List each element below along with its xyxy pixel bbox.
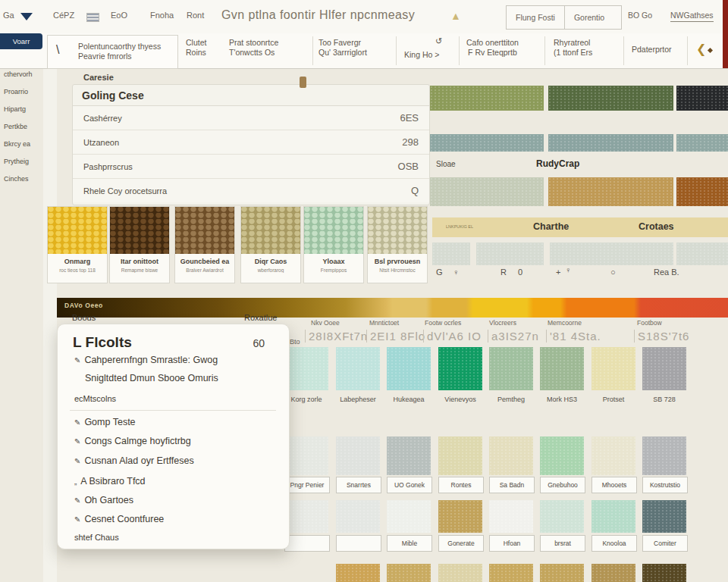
thumbnail-card[interactable]: Onmarg roc tieos top 118 [47,206,108,283]
thumbnail-card[interactable]: Yloaax Frempippos [303,206,364,283]
toolbar-king-ho[interactable]: King Ho > [404,50,439,60]
color-swatch[interactable] [489,564,533,582]
thumbnail-card[interactable]: Gouncbeied ea Bralver Awiardrot [174,206,235,283]
thumbnail-card[interactable]: Diqr Caos wberforarog [240,206,301,283]
color-swatch[interactable] [540,564,584,582]
plus-icon[interactable]: + [556,268,560,277]
swatch-strip-gray[interactable] [432,242,470,265]
swatch-label-box[interactable]: Mible [387,535,432,552]
color-swatch[interactable] [642,436,686,475]
swatch-label-box[interactable]: Mhooets [592,477,637,493]
color-swatch[interactable] [592,500,635,533]
form-row[interactable]: Rhele Coy orocetsurra Q [73,179,429,202]
swatch-label-box[interactable]: Comiter [642,535,688,552]
form-row-value[interactable]: 6ES [400,112,419,124]
color-swatch[interactable] [642,564,686,582]
color-swatch[interactable] [642,500,686,533]
color-swatch[interactable] [284,347,328,390]
dropdown-item[interactable]: ✎Cusnan Alad oyr Ertffeses [74,455,194,466]
swatch-strip-teal[interactable] [430,134,544,152]
color-swatch[interactable] [592,436,635,475]
toolbar-cafo-onerttiton[interactable]: Cafo onerttitonF Rv Eteqprtb [466,38,519,58]
refresh-icon[interactable]: ↺ [435,36,442,46]
color-swatch[interactable] [284,500,328,533]
dropdown-item[interactable]: ✎Cahperernfngn Smrastle: Gwog [74,355,218,365]
sidebar-item-proarrio[interactable]: Proarrio [4,88,43,96]
color-swatch[interactable] [540,500,584,533]
dropdown-triangle-icon[interactable] [20,13,33,20]
dropdown-item[interactable]: ✎Oh Gartoes [74,495,133,505]
color-swatch[interactable] [438,347,482,390]
toolbar-rhyratreol[interactable]: Rhyratreol(1 ttonf Ers [554,38,592,58]
color-swatch[interactable] [642,347,686,390]
color-swatch[interactable] [489,500,533,533]
color-swatch[interactable] [540,347,584,390]
color-swatch[interactable] [592,564,635,582]
swatch-strip-rust[interactable] [676,177,728,206]
color-swatch[interactable] [284,436,328,475]
leaf-icon[interactable]: R [500,268,507,277]
swatch-label-box[interactable]: Snarrtes [336,477,381,493]
swatch-strip-teal[interactable] [676,134,728,152]
swatch-strip-teal[interactable] [548,134,673,152]
thumbnail-card[interactable]: Itar onittoot Remapme biswe [109,206,170,283]
oval-icon[interactable]: 0 [518,268,522,277]
swatch-label-box[interactable]: Gonerate [438,535,484,552]
color-swatch[interactable] [336,347,380,390]
dropdown-item[interactable]: ✎Cesnet Coontfuree [74,514,164,524]
gorentio-button[interactable]: Gorentio [565,13,613,22]
back-arrow-icon[interactable]: ❮ [696,42,706,56]
color-swatch[interactable] [387,500,431,533]
bo-go-link[interactable]: BO Go [628,11,652,20]
color-swatch[interactable] [489,347,533,390]
sidebar-item-hipartg[interactable]: Hipartg [4,105,43,114]
swatch-strip-gray[interactable] [550,242,673,265]
sidebar-item-cinches[interactable]: Cinches [4,175,43,183]
swatch-label-box[interactable]: Gnebuhoo [540,477,585,493]
color-swatch[interactable] [592,347,635,390]
sidebar-item-prytheig[interactable]: Prytheig [4,158,43,166]
nwgathses-link[interactable]: NWGathses [670,11,714,22]
dropdown-item[interactable]: ✎Congs Calmge hoyfictrbg [74,436,191,446]
color-swatch[interactable] [438,436,482,475]
swatch-label-box[interactable]: Rontes [438,477,484,493]
swatch-strip-gray[interactable] [676,242,728,265]
swatch-strip-black[interactable] [676,86,728,111]
sidebar-voarr-button[interactable]: Voarr [0,33,42,49]
swatch-label-box[interactable]: Hfoan [489,535,535,552]
sidebar-item-pertkbe[interactable]: Pertkbe [4,123,43,131]
toolbar-primary-tool[interactable]: \ Polentuncaorthy thyess Peavrie fmrorls [47,35,178,69]
swatch-strip-darkgreen[interactable] [548,86,673,111]
toolbar-clutet-roins[interactable]: ClutetRoins [186,38,206,58]
marker-pin-icon[interactable]: ♀ [565,265,571,274]
swatch-strip-tan[interactable] [548,177,673,206]
swatch-label-box[interactable] [336,535,381,552]
toolbar-prat-stoonrtce[interactable]: Prat stoonrtceT'onwctts Os [229,38,278,58]
color-swatch[interactable] [336,564,380,582]
swatch-strip-sage[interactable] [430,177,544,206]
thumbnail-card[interactable]: Bsl prvrouesn Ntsit Hircmnstoc [367,206,428,283]
band-label-charthe[interactable]: Charthe [533,221,569,232]
color-swatch[interactable] [438,564,482,582]
color-swatch[interactable] [438,500,482,533]
circle-icon[interactable]: ○ [610,268,616,277]
dropdown-item[interactable]: ecMtscolns [74,394,116,403]
swatch-label-box[interactable]: Kostrutstio [642,477,688,493]
dropdown-item[interactable]: ✎Gomp Teste [74,417,136,427]
swatch-label-box[interactable]: Pngr Penier [284,477,330,493]
dropdown-item[interactable]: Snigltdted Dmun Sbooe Omuris [85,373,218,383]
swatch-label-box[interactable]: UO Gonek [387,477,432,493]
swatch-label-box[interactable]: brsrat [540,535,585,552]
tool-icon-g[interactable]: G [436,268,443,277]
menu-item-eoo[interactable]: EoO [111,11,127,20]
menu-item-ga[interactable]: Ga [3,11,14,20]
swatch-strip-olive[interactable] [430,86,544,111]
color-swatch[interactable] [336,500,380,533]
menu-item-fnoha[interactable]: Fnoha [150,11,174,20]
swatch-label-box[interactable]: Knooloa [592,535,637,552]
toolbar-too-favergr[interactable]: Too FavergrQu' 3arrriglort [318,38,367,58]
flung-fosti-button[interactable]: Flung Fosti [507,13,564,22]
toolbar-pdaterprtor[interactable]: Pdaterprtor [632,45,672,55]
swatch-strip-gray[interactable] [476,242,544,265]
color-swatch[interactable] [540,436,584,475]
